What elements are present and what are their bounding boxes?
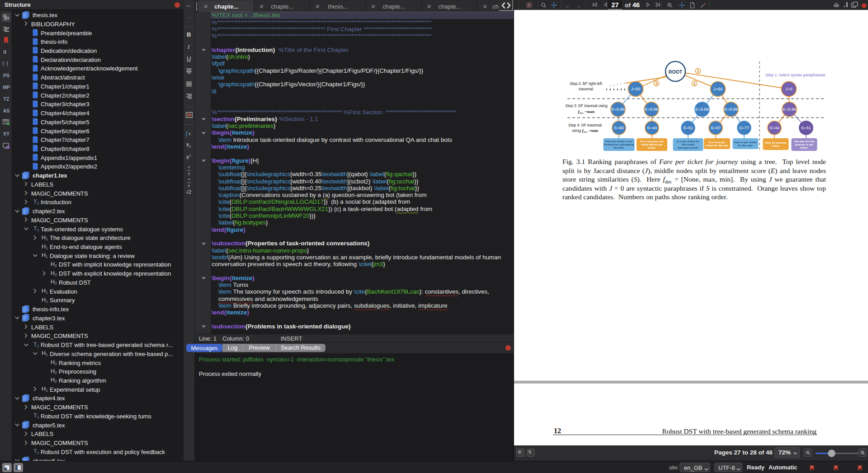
svg-text:3: 3 <box>656 81 658 86</box>
svg-text:the fare: the fare <box>614 146 624 149</box>
svg-text:It is cost per: It is cost per <box>709 140 726 144</box>
svg-text:fdec =max: fdec =max <box>578 109 595 115</box>
svg-text:S=44: S=44 <box>769 125 779 130</box>
svg-text:E=0.86: E=0.86 <box>611 107 625 112</box>
svg-text:Fare for journey: Fare for journey <box>765 141 787 144</box>
svg-text:Step 2: BF right-left: Step 2: BF right-left <box>570 81 602 86</box>
svg-text:Fare is per ticket: Fare is per ticket <box>734 140 756 144</box>
svg-text:S=51: S=51 <box>801 125 811 130</box>
svg-text:E=0.88: E=0.88 <box>695 107 709 112</box>
svg-text:the travel: the travel <box>682 143 694 146</box>
svg-text:ticket.: ticket. <box>648 146 656 149</box>
svg-text:E=0.99: E=0.99 <box>783 107 796 112</box>
svg-text:Fare per ticket is the: Fare per ticket is the <box>605 140 633 143</box>
svg-text:value will be per: value will be per <box>641 143 663 146</box>
svg-text:E=0.99: E=0.99 <box>724 107 738 112</box>
svg-text:Step 3: DF travesal using: Step 3: DF travesal using <box>565 103 608 108</box>
svg-text:S=60: S=60 <box>614 125 624 130</box>
svg-text:S=51: S=51 <box>683 125 693 130</box>
svg-text:J=0: J=0 <box>785 86 792 91</box>
svg-text:ticket.: ticket. <box>800 146 808 149</box>
svg-text:The fare for the: The fare for the <box>794 140 815 143</box>
svg-text:E=0.99: E=0.99 <box>645 107 658 112</box>
svg-text:ticket.: ticket. <box>772 144 780 147</box>
svg-text:formula for calculating: formula for calculating <box>604 143 634 146</box>
svg-text:for the ride.: for the ride. <box>738 144 753 147</box>
svg-text:1: 1 <box>697 69 699 73</box>
svg-text:Step 1: select syntax paraphar: Step 1: select syntax parapharase <box>765 73 826 77</box>
svg-text:ROOT: ROOT <box>669 69 683 75</box>
svg-text:J=50: J=50 <box>631 86 641 91</box>
svg-text:2: 2 <box>693 81 696 86</box>
svg-text:S=44: S=44 <box>647 125 657 130</box>
svg-text:Step 4: DF traversal: Step 4: DF traversal <box>568 123 602 127</box>
svg-text:S=57: S=57 <box>711 125 721 130</box>
svg-text:J=66: J=66 <box>713 86 723 91</box>
svg-text:For a journey, the: For a journey, the <box>640 140 664 143</box>
svg-text:ticket for the trip: ticket for the trip <box>706 144 728 147</box>
svg-text:It is per ticket for: It is per ticket for <box>677 140 699 143</box>
svg-text:amongst points: amongst points <box>678 146 699 149</box>
svg-text:using fdec =min: using fdec =min <box>572 128 598 134</box>
svg-text:journey is per: journey is per <box>795 143 814 146</box>
svg-text:traversal: traversal <box>579 87 593 91</box>
svg-text:S=77: S=77 <box>739 125 749 130</box>
